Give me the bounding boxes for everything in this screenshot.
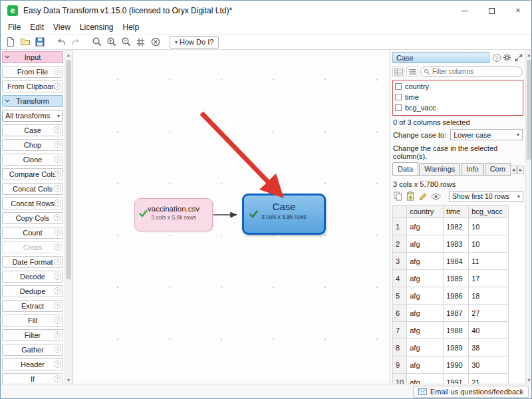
tab-com[interactable]: Com (485, 163, 511, 175)
undo-icon[interactable] (55, 36, 67, 49)
scrollbar-thumb[interactable] (66, 60, 71, 279)
transform-item-header[interactable]: Header? (2, 358, 63, 370)
transform-section-header[interactable]: Transform (2, 95, 63, 107)
sidebar-scrollbar[interactable]: ▲ ▼ (65, 50, 72, 385)
tab-scroll-right-icon[interactable]: ▸ (517, 166, 524, 174)
scrollbar-thumb[interactable] (527, 60, 531, 160)
help-icon[interactable]: ? (54, 273, 61, 280)
new-file-icon[interactable] (4, 36, 17, 49)
filter-columns-input[interactable] (432, 68, 505, 75)
toggle-grid-icon[interactable] (134, 36, 147, 49)
transform-item-dedupe[interactable]: Dedupe? (2, 285, 63, 297)
help-icon[interactable]: ? (54, 82, 61, 90)
zoom-out-icon[interactable] (120, 36, 132, 49)
help-icon[interactable]: ? (54, 156, 61, 163)
transform-node-case[interactable]: Case 3 cols x 5.8k rows (242, 194, 326, 235)
menu-view[interactable]: View (49, 21, 75, 33)
column-list[interactable]: countrytimebcg_vacc (392, 80, 523, 116)
help-icon[interactable]: ? (54, 200, 61, 207)
transform-item-clone[interactable]: Clone? (2, 154, 63, 166)
change-case-dropdown[interactable]: Lower case ▾ (450, 129, 523, 140)
transform-item-filter[interactable]: Filter? (2, 329, 63, 341)
feedback-button[interactable]: Email us questions/feedback (413, 386, 529, 398)
menu-edit[interactable]: Edit (25, 21, 49, 33)
help-icon[interactable]: ? (54, 68, 61, 75)
help-icon[interactable]: ? (54, 375, 61, 382)
transform-item-copy-cols[interactable]: Copy Cols? (2, 212, 63, 224)
menu-help[interactable]: Help (118, 21, 144, 33)
open-file-icon[interactable] (19, 36, 31, 49)
menu-file[interactable]: File (3, 21, 25, 33)
column-header[interactable]: country (407, 205, 444, 218)
help-icon[interactable]: ? (54, 170, 61, 178)
checkbox[interactable] (395, 104, 402, 111)
close-button[interactable]: × (505, 1, 531, 21)
transform-item-chop[interactable]: Chop? (2, 139, 63, 151)
canvas[interactable]: vaccination.csv 3 cols x 5.8k rows Case … (72, 50, 390, 385)
column-list-item[interactable]: country (395, 81, 521, 92)
paste-icon[interactable] (405, 191, 416, 201)
scroll-up-icon[interactable]: ▲ (526, 51, 532, 59)
zoom-in-icon[interactable] (105, 36, 118, 49)
tab-scroll-left-icon[interactable]: ◂ (510, 166, 517, 174)
tab-info[interactable]: Info (461, 163, 483, 175)
transform-item-concat-cols[interactable]: Concat Cols? (2, 183, 63, 195)
help-icon[interactable]: ? (54, 302, 61, 309)
edit-icon[interactable] (418, 191, 429, 201)
how-do-i-button[interactable]: ▾ How Do I? (170, 36, 219, 49)
transform-filter-dropdown[interactable]: All transforms ▾ (2, 110, 63, 122)
column-header[interactable]: time (444, 205, 469, 218)
zoom-to-fit-icon[interactable] (90, 36, 103, 49)
scroll-up-icon[interactable]: ▲ (65, 51, 72, 59)
panel-help-button[interactable]: ? (491, 53, 501, 63)
list-view-button[interactable] (406, 66, 418, 77)
tab-data[interactable]: Data (392, 162, 418, 176)
help-icon[interactable]: ? (54, 287, 61, 295)
tab-warnings[interactable]: Warnings (419, 163, 460, 175)
checkbox[interactable] (395, 94, 402, 100)
help-icon[interactable]: ? (54, 346, 61, 353)
help-icon[interactable]: ? (54, 141, 61, 148)
from-clipboard-button[interactable]: From Clipboard ? (2, 80, 63, 92)
transform-item-date-format[interactable]: Date Format? (2, 256, 63, 268)
copy-icon[interactable] (392, 191, 404, 201)
help-icon[interactable]: ? (54, 258, 61, 265)
transform-item-count[interactable]: Count? (2, 227, 63, 239)
input-node-vaccination[interactable]: vaccination.csv 3 cols x 5.8k rows (134, 198, 213, 231)
column-list-item[interactable]: time (395, 92, 521, 102)
help-icon[interactable]: ? (54, 126, 61, 134)
preview-eye-icon[interactable] (430, 191, 442, 201)
from-file-button[interactable]: From File ? (2, 66, 63, 78)
transform-item-decode[interactable]: Decode? (2, 271, 63, 283)
input-section-header[interactable]: Input (2, 51, 63, 63)
panel-scrollbar[interactable]: ▲ ▼ (525, 50, 532, 385)
help-icon[interactable]: ? (54, 229, 61, 236)
transform-item-fill[interactable]: Fill? (2, 315, 63, 327)
help-icon[interactable]: ? (54, 360, 61, 368)
panel-settings-button[interactable] (502, 53, 512, 63)
save-icon[interactable] (33, 36, 46, 49)
menu-licensing[interactable]: Licensing (75, 21, 118, 33)
column-header[interactable]: bcg_vacc (469, 205, 509, 218)
help-icon[interactable]: ? (54, 317, 61, 324)
panel-expand-button[interactable] (513, 53, 523, 63)
transform-item-compare-cols[interactable]: Compare Cols? (2, 168, 63, 180)
filter-columns-box[interactable] (420, 66, 523, 77)
help-icon[interactable]: ? (54, 214, 61, 221)
redo-icon[interactable] (69, 36, 82, 49)
minimize-button[interactable] (452, 1, 478, 21)
help-icon[interactable]: ? (54, 331, 61, 338)
maximize-button[interactable] (478, 1, 505, 21)
show-rows-dropdown[interactable]: Show first 10 rows ▾ (449, 191, 523, 202)
select-all-columns-button[interactable] (392, 66, 404, 77)
column-list-item[interactable]: bcg_vacc (395, 102, 521, 113)
transform-item-gather[interactable]: Gather? (2, 344, 63, 356)
checkbox[interactable] (395, 83, 402, 90)
transform-item-case[interactable]: Case? (2, 124, 63, 136)
transform-item-extract[interactable]: Extract? (2, 300, 63, 312)
transform-item-concat-rows[interactable]: Concat Rows? (2, 198, 63, 209)
app-logo-icon: e (7, 5, 18, 16)
disconnect-icon[interactable] (149, 36, 162, 49)
help-icon[interactable]: ? (54, 185, 61, 192)
help-icon[interactable]: ? (54, 243, 61, 251)
